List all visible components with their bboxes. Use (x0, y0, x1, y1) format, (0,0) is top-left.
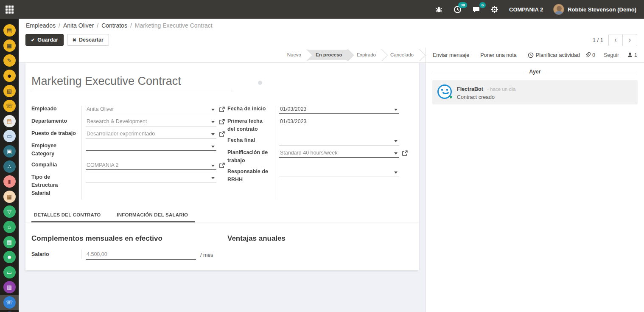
field-fecha-final: Fecha final (227, 136, 410, 146)
dropdown-caret-icon[interactable] (394, 171, 398, 174)
fecha-inicio-input[interactable]: 01/03/2023 (279, 105, 399, 114)
sidebar-app-bar[interactable]: ▮ (0, 174, 19, 189)
user-menu[interactable]: Robbie Stevenson (Demo) (553, 4, 636, 15)
sidebar-app-phone[interactable]: ☏ (0, 98, 19, 114)
departamento-input[interactable]: Research & Development (86, 117, 216, 126)
form-pane: NuevoEn procesoExpiradoCancelado Em (19, 48, 426, 312)
contract-title-input[interactable] (31, 74, 232, 91)
breadcrumb-contratos[interactable]: Contratos (101, 22, 127, 29)
puesto-input[interactable]: Desarrollador experimentado (86, 129, 216, 139)
attachment-count: 0 (592, 52, 595, 58)
activities-clock-icon[interactable]: 39 (453, 5, 462, 14)
empleado-input[interactable]: Anita Oliver (86, 105, 216, 114)
pager-next-button[interactable]: › (623, 34, 637, 46)
follower-count: 1 (634, 52, 637, 58)
field-label: Fecha de inicio (227, 105, 275, 113)
sidebar-app-shop[interactable]: ⌂ (0, 219, 19, 235)
elearning-icon: ▭ (3, 266, 16, 278)
message-author[interactable]: FlectraBot (457, 86, 483, 92)
tab-informacion-del-salario[interactable]: INFORMACIÓN DEL SALARIO (117, 212, 188, 217)
compania-internal-link-icon[interactable] (216, 161, 227, 169)
apps-grid-icon[interactable] (0, 0, 19, 19)
follower-person-icon (627, 52, 633, 58)
dropdown-caret-icon[interactable] (211, 133, 215, 135)
follow-button[interactable]: Seguir (604, 52, 619, 58)
sidebar-app-contacts[interactable]: ▤ (0, 23, 19, 38)
section-ventajas-anuales: Ventajas anuales (227, 234, 286, 243)
stage-nuevo[interactable]: Nuevo (279, 50, 307, 60)
sidebar-app-notes[interactable]: ✎ (0, 53, 19, 68)
sidebar-app-fleet[interactable]: ▭ (0, 129, 19, 144)
save-button-label: Guardar (37, 37, 58, 43)
dashboards-icon: ▥ (3, 281, 16, 293)
tab-detalles-del-contrato[interactable]: DETALLES DEL CONTRATO (34, 212, 101, 217)
chatter-toolbar: Enviar mensaje Poner una nota Planificar… (426, 48, 644, 63)
section-complementos-mensuales: Complementos mensuales en efectivo (31, 234, 227, 243)
form-background: Empleado Anita Oliver Departamento Resea… (19, 63, 426, 312)
responsable-rrhh-input[interactable] (279, 168, 399, 177)
sidebar-app-it-equipment[interactable]: ▣ (0, 144, 19, 159)
sidebar-app-documents[interactable]: ▤ (0, 114, 19, 129)
departamento-internal-link-icon[interactable] (216, 117, 227, 125)
puesto-internal-link-icon[interactable] (216, 129, 227, 137)
field-value: Research & Development (87, 118, 147, 124)
sidebar-app-presentations[interactable]: ▧ (0, 83, 19, 98)
sidebar-app-accounting[interactable]: ▦ (0, 234, 19, 250)
schedule-activity-button[interactable]: Planificar actividad (528, 52, 580, 58)
followers-button[interactable]: 1 (627, 52, 637, 58)
sidebar-app-extra-app[interactable]: ◉ (0, 310, 19, 312)
breadcrumb-empleados[interactable]: Empleados (26, 22, 56, 29)
schedule-activity-label: Planificar actividad (536, 52, 580, 58)
pager-counter[interactable]: 1 / 1 (593, 37, 603, 43)
breadcrumb-anita-oliver[interactable]: Anita Oliver (63, 22, 94, 29)
company-switcher[interactable]: COMPANIA 2 (509, 6, 543, 13)
shop-icon: ⌂ (3, 221, 16, 233)
sidebar-app-company-building[interactable]: ▦ (0, 189, 19, 205)
fecha-final-input[interactable] (279, 136, 399, 146)
breadcrumb-separator: / (97, 22, 98, 29)
dropdown-caret-icon[interactable] (211, 146, 215, 148)
dropdown-caret-icon[interactable] (211, 109, 215, 111)
activities-badge[interactable]: 39 (458, 2, 467, 8)
empleado-internal-link-icon[interactable] (216, 105, 227, 112)
sidebar-app-sales-funnel[interactable]: ▽ (0, 204, 19, 219)
salario-input[interactable] (86, 250, 196, 260)
attachments-button[interactable]: 0 (585, 52, 595, 58)
breadcrumb-separator: / (130, 22, 132, 29)
dropdown-caret-icon[interactable] (394, 109, 398, 111)
breadcrumb-current: Marketing Executive Contract (135, 22, 213, 29)
messages-chat-icon[interactable]: 6 (472, 5, 480, 14)
field-empleado: Empleado Anita Oliver (31, 105, 227, 114)
employees-icon: ☻ (3, 70, 16, 82)
sidebar-app-calendar[interactable]: ▦ (0, 38, 19, 53)
dropdown-caret-icon[interactable] (394, 140, 398, 142)
employee-category-input[interactable] (86, 142, 216, 151)
pager-previous-button[interactable]: ‹ (608, 34, 623, 46)
sidebar-app-hr-chat[interactable]: ☻ (0, 250, 19, 265)
settings-gears-icon[interactable] (490, 5, 499, 14)
sidebar-app-dashboards[interactable]: ▥ (0, 280, 19, 295)
discard-button[interactable]: ✖ Descartar (67, 34, 109, 46)
messages-badge[interactable]: 6 (479, 2, 486, 8)
sidebar-app-organization[interactable]: ∴ (0, 159, 19, 174)
tipo-estructura-input[interactable] (86, 173, 216, 183)
dropdown-caret-icon[interactable] (211, 177, 215, 179)
save-button[interactable]: ✔ Guardar (25, 34, 64, 46)
dropdown-caret-icon[interactable] (211, 165, 215, 167)
compania-input[interactable]: COMPANIA 2 (86, 161, 216, 170)
dropdown-caret-icon[interactable] (394, 152, 398, 155)
planificacion-internal-link-icon[interactable] (399, 149, 410, 156)
log-note-button[interactable]: Poner una nota (480, 52, 517, 58)
sidebar-app-elearning[interactable]: ▭ (0, 265, 19, 280)
accounting-icon: ▦ (3, 236, 16, 248)
debug-bug-icon[interactable] (434, 5, 443, 14)
send-message-button[interactable]: Enviar mensaje (433, 52, 469, 58)
dropdown-caret-icon[interactable] (211, 121, 215, 123)
field-responsable-rrhh: Responsable de RRHH (227, 168, 410, 184)
field-value: 01/03/2023 (280, 118, 307, 124)
planificacion-input[interactable]: Standard 40 hours/week (279, 149, 399, 158)
sidebar-app-helpdesk[interactable]: ☏ (0, 295, 19, 310)
sidebar-app-employees[interactable]: ☻ (0, 68, 19, 84)
field-label: Employee Category (31, 142, 81, 158)
stage-en-proceso[interactable]: En proceso (307, 50, 348, 60)
